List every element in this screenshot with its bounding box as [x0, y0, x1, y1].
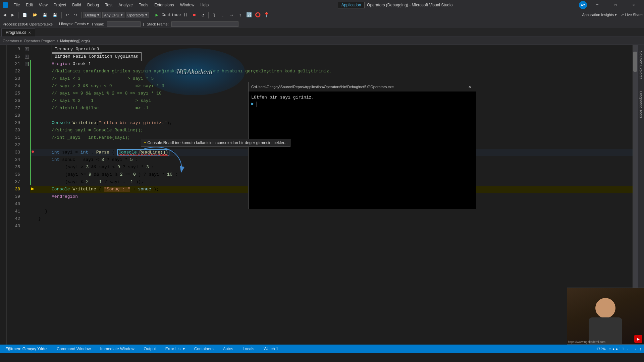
- video-overlay: bttps://www.ngakademi.com ▶: [567, 288, 644, 345]
- tooltip-box: + Console.ReadLine komutu kullanicinin c…: [141, 139, 290, 147]
- bottom-tab-command-window[interactable]: Command Window: [54, 346, 93, 352]
- breakpoint-icon: ●: [31, 149, 35, 155]
- hex-btn[interactable]: 🔢: [245, 11, 253, 19]
- scroll-thumb[interactable]: [633, 52, 637, 72]
- menu-analyze[interactable]: Analyze: [116, 2, 136, 8]
- stackframe-label: Stack Frame:: [147, 22, 168, 26]
- menu-test[interactable]: Test: [102, 2, 115, 8]
- toolbar-forward[interactable]: ▶: [9, 12, 16, 18]
- code-line-42: }: [30, 215, 633, 223]
- expand-9[interactable]: +: [25, 47, 29, 51]
- expand-21[interactable]: −: [25, 62, 29, 66]
- show-next-stmt[interactable]: ⤵: [210, 11, 218, 19]
- window-title: Application Operators (Debugging) - Micr…: [338, 3, 453, 7]
- cursor-blink: [257, 102, 257, 107]
- nav-back-btn[interactable]: ←: [627, 347, 631, 351]
- play-button[interactable]: ▶: [634, 335, 642, 343]
- tab-close-icon[interactable]: ✕: [28, 31, 31, 35]
- gutter-37: 37: [7, 178, 22, 186]
- menu-debug[interactable]: Debug: [85, 2, 102, 8]
- gutter-24: 24: [7, 82, 22, 90]
- menu-edit[interactable]: Edit: [23, 2, 36, 8]
- diagnostic-tab[interactable]: Diagnostic Tools: [638, 88, 644, 121]
- toolbar-open[interactable]: 📂: [31, 12, 39, 18]
- debug-mode-dropdown[interactable]: Debug ▾: [84, 12, 101, 18]
- menu-extensions[interactable]: Extensions: [152, 2, 177, 8]
- pause-btn[interactable]: ⏸: [181, 11, 190, 19]
- solution-explorer-tab[interactable]: Solution Explorer: [638, 48, 644, 82]
- tab-programcs[interactable]: Program.cs ✕: [1, 28, 35, 37]
- toolbar-new[interactable]: 📄: [20, 12, 29, 18]
- toolbar-redo[interactable]: ↪: [72, 12, 79, 18]
- bottom-tab-output[interactable]: Output: [141, 346, 159, 352]
- app-insight[interactable]: Application Insights ▾: [582, 13, 617, 17]
- toolbar-back[interactable]: ◀: [1, 12, 8, 18]
- step-over[interactable]: →: [227, 11, 235, 19]
- breadcrumb-namespace[interactable]: Operators.Program: [24, 39, 55, 43]
- gutter-33: 33: [7, 149, 22, 156]
- console-close-btn[interactable]: ✕: [466, 85, 473, 89]
- bottom-tab-containers[interactable]: Containers: [192, 346, 216, 352]
- code-line-21: #region Örnek 1: [30, 60, 633, 68]
- expand-16[interactable]: +: [25, 55, 29, 59]
- console-minimize-btn[interactable]: ─: [458, 85, 465, 89]
- gutter-23: 23: [7, 75, 22, 82]
- vs-logo-icon: [3, 2, 8, 8]
- thread-label: Thread:: [92, 22, 104, 26]
- menu-help[interactable]: Help: [198, 2, 211, 8]
- menu-tools[interactable]: Tools: [136, 2, 151, 8]
- gutter-43: 43: [7, 223, 22, 230]
- step-out[interactable]: ↑: [236, 11, 244, 19]
- user-avatar: GY: [579, 1, 587, 9]
- nav-fwd-btn[interactable]: →: [633, 347, 637, 351]
- code-line-43: [30, 223, 633, 230]
- bottom-tab-watch1[interactable]: Watch 1: [261, 346, 281, 352]
- minimize-button[interactable]: ─: [590, 0, 605, 10]
- gutter-26: 26: [7, 97, 22, 105]
- location-btn[interactable]: 📍: [262, 11, 270, 19]
- step-into[interactable]: ↓: [219, 11, 227, 19]
- lifecycle-dropdown[interactable]: Lifecycle Events ▾: [59, 22, 89, 26]
- breadcrumb-project[interactable]: Operators: [3, 39, 19, 43]
- gutter-34: 34: [7, 156, 22, 164]
- toolbar-undo[interactable]: ↩: [64, 12, 71, 18]
- breadcrumb-method[interactable]: Main(string[] args): [60, 39, 90, 43]
- gutter-28: 28: [7, 112, 22, 119]
- gutter-29: 29: [7, 119, 22, 127]
- toolbar-sep-2: [61, 12, 62, 18]
- close-button[interactable]: ✕: [626, 0, 641, 10]
- code-line-16: Birden Fazla Condition Uygulamak: [30, 53, 633, 60]
- thread-dropdown[interactable]: [107, 21, 141, 27]
- bottom-tab-locals[interactable]: Locals: [240, 346, 257, 352]
- console-prompt-icon: ►: [251, 102, 254, 107]
- toolbar-save[interactable]: 💾: [41, 12, 49, 18]
- continue-button[interactable]: ▶: [153, 11, 161, 19]
- console-output-line: Lütfen bir sayı giriniz.: [251, 94, 473, 101]
- platform-dropdown[interactable]: Any CPU ▾: [102, 12, 124, 18]
- menu-build[interactable]: Build: [69, 2, 84, 8]
- menu-window[interactable]: Window: [177, 2, 197, 8]
- yellow-arrow-icon: ▶: [31, 185, 34, 192]
- video-watermark-text: bttps://www.ngakademi.com: [568, 340, 605, 344]
- bottom-right-status: 172% ⊖ ● ● 1 1 ← → ↑: [596, 347, 641, 351]
- toolbar-saveall[interactable]: 💾: [51, 12, 59, 18]
- gutter-40: 40: [7, 200, 22, 208]
- bp-btn[interactable]: ⭕: [254, 11, 262, 19]
- restore-button[interactable]: ❐: [608, 0, 623, 10]
- console-prompt-line: ►: [251, 101, 473, 108]
- stackframe-dropdown[interactable]: [171, 21, 238, 27]
- live-share[interactable]: ↗ Live Share: [621, 13, 643, 17]
- menu-project[interactable]: Project: [51, 2, 69, 8]
- project-dropdown[interactable]: Operators ▾: [126, 12, 149, 18]
- restart-btn[interactable]: ↺: [199, 11, 207, 19]
- menu-file[interactable]: File: [11, 2, 22, 8]
- title-bar-left: File Edit View Project Build Debug Test …: [3, 2, 211, 8]
- bottom-tab-immediate-window[interactable]: Immediate Window: [98, 346, 137, 352]
- code-line-23: // sayı < 3 => sayı * 5: [30, 75, 633, 82]
- menu-view[interactable]: View: [36, 2, 50, 8]
- bottom-tab-autos[interactable]: Autos: [220, 346, 236, 352]
- stop-btn[interactable]: ■: [190, 11, 198, 19]
- console-controls: ─ ✕: [458, 85, 473, 89]
- bottom-tab-error-list[interactable]: Error List ▾: [163, 346, 187, 352]
- toolbar-sep-3: [81, 12, 82, 18]
